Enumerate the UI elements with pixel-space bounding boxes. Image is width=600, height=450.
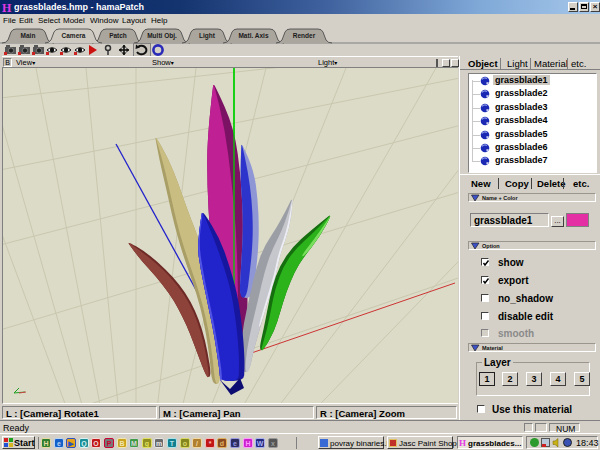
svg-text:Light: Light bbox=[199, 32, 216, 40]
svg-text:Main: Main bbox=[21, 32, 36, 39]
svg-text:Matl. Axis: Matl. Axis bbox=[238, 32, 268, 39]
svg-text:Camera: Camera bbox=[62, 32, 86, 39]
svg-text:Multi Obj.: Multi Obj. bbox=[147, 32, 177, 40]
svg-text:Render: Render bbox=[293, 32, 316, 39]
svg-text:Patch: Patch bbox=[109, 32, 127, 39]
